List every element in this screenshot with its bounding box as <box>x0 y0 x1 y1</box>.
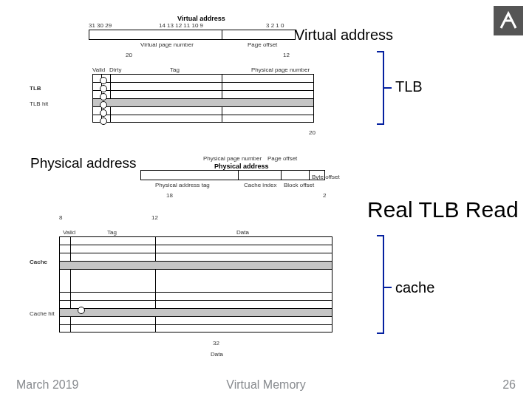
w12-label: 12 <box>283 52 290 58</box>
tag-label-2: Tag <box>107 229 117 236</box>
w12-label-2: 12 <box>151 214 158 221</box>
w32-label: 32 <box>213 340 219 347</box>
university-logo <box>494 6 523 35</box>
ppn-label: Physical page number <box>251 66 310 73</box>
data-label-2: Data <box>211 351 223 358</box>
w2-label: 2 <box>323 192 326 199</box>
cache-bracket-tick <box>384 287 392 288</box>
w20-label: 20 <box>126 52 132 58</box>
cache-label: Cache <box>30 259 47 265</box>
valid-label-2: Valid <box>63 229 75 236</box>
byte-offset-label: Byte offset <box>312 174 340 180</box>
pat-label: Physical address tag <box>155 182 210 188</box>
slide-footer: March 2019 Virtual Memory 26 <box>0 378 532 392</box>
virtual-address-callout: Virtual address <box>295 27 393 44</box>
footer-title: Virtual Memory <box>226 378 305 392</box>
real-tlb-read-callout: Real TLB Read <box>367 197 519 222</box>
tag-label: Tag <box>170 66 180 73</box>
valid-label: Valid <box>92 66 105 73</box>
w18-label: 18 <box>166 192 173 199</box>
diagram-virtual-address-header: Virtual address <box>177 15 225 22</box>
tlb-callout: TLB <box>395 78 423 95</box>
vpn-label: Virtual page number <box>140 41 194 48</box>
cache-bracket <box>377 235 384 334</box>
page-offset-label-2: Page offset <box>267 155 297 162</box>
w8-label: 8 <box>59 214 62 221</box>
tlb-label: TLB <box>30 85 41 92</box>
footer-date: March 2019 <box>16 378 79 392</box>
bits-lo: 3 2 1 0 <box>266 22 284 29</box>
footer-page-number: 26 <box>502 378 516 392</box>
block-offset-label: Block offset <box>284 182 314 188</box>
tlb-bracket <box>377 51 384 125</box>
physical-address-callout: Physical address <box>30 155 137 171</box>
cache-callout: cache <box>395 279 434 296</box>
cache-hit-label: Cache hit <box>30 310 55 317</box>
tlb-cache-diagram: Virtual address 31 30 29 14 13 12 11 10 … <box>30 15 355 369</box>
bits-hi: 31 30 29 <box>89 22 112 29</box>
data-label: Data <box>236 229 249 236</box>
bits-mid: 14 13 12 11 10 9 <box>159 22 203 29</box>
ppn-label-2: Physical page number <box>203 155 262 162</box>
page-offset-label: Page offset <box>248 41 277 48</box>
dirty-label: Dirty <box>109 66 121 73</box>
tlb-bracket-tick <box>384 87 392 89</box>
tlb-hit-label: TLB hit <box>30 100 48 107</box>
diagram-physical-address-header: Physical address <box>214 163 269 170</box>
w20-label-2: 20 <box>309 129 316 136</box>
cache-index-label: Cache index <box>244 182 276 188</box>
